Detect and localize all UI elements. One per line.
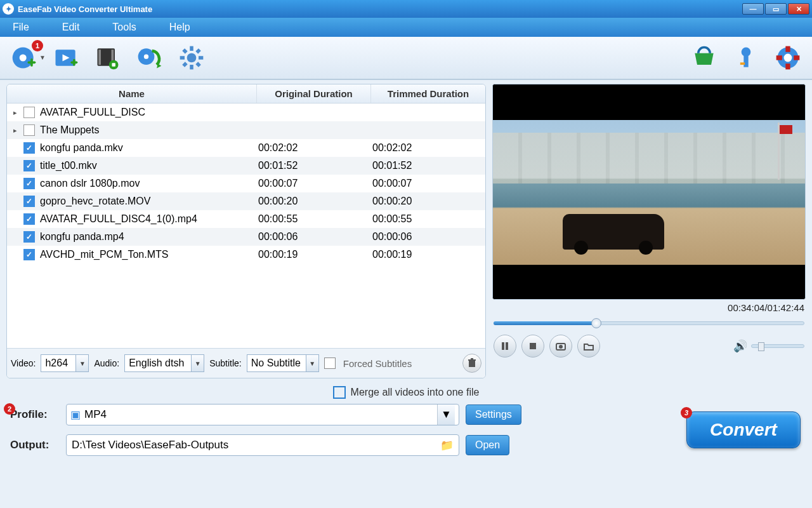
table-row[interactable]: ✓AVCHD_mit_PCM_Ton.MTS00:00:1900:00:19 — [7, 246, 485, 264]
merge-checkbox[interactable] — [333, 386, 346, 399]
folder-icon[interactable]: 📁 — [440, 439, 454, 452]
volume-slider[interactable] — [751, 344, 804, 348]
open-output-button[interactable]: Open — [466, 435, 509, 455]
menubar: File Edit Tools Help — [0, 18, 812, 37]
trimmed-duration: 00:00:55 — [367, 213, 481, 225]
minimize-button[interactable]: — — [742, 3, 764, 15]
row-checkbox[interactable]: ✓ — [23, 178, 35, 189]
row-checkbox[interactable] — [23, 124, 35, 136]
settings-profile-button[interactable]: Settings — [466, 404, 521, 425]
seek-slider[interactable] — [494, 318, 804, 327]
original-duration: 00:00:55 — [253, 213, 367, 225]
svg-rect-35 — [468, 359, 476, 361]
trimmed-duration: 00:00:06 — [367, 231, 481, 243]
add-video-button[interactable] — [51, 43, 81, 73]
menu-file[interactable]: File — [9, 20, 33, 34]
table-row[interactable]: ✓kongfu panda.mp400:00:0600:00:06 — [7, 228, 485, 246]
svg-point-16 — [187, 53, 197, 63]
forced-subtitles-label: Forced Subtitles — [343, 358, 412, 369]
snapshot-button[interactable] — [549, 335, 572, 358]
window-title: EaseFab Video Converter Ultimate — [18, 4, 152, 14]
chevron-down-icon: ▼ — [437, 404, 455, 425]
open-folder-button[interactable] — [577, 335, 600, 358]
col-trimmed-duration[interactable]: Trimmed Duration — [371, 84, 485, 103]
help-button[interactable] — [773, 43, 803, 73]
preview-video[interactable] — [492, 84, 806, 300]
col-original-duration[interactable]: Original Duration — [257, 84, 371, 103]
output-label: Output: — [10, 439, 60, 451]
table-row[interactable]: ✓gopro_hevc_rotate.MOV00:00:2000:00:20 — [7, 192, 485, 210]
row-checkbox[interactable]: ✓ — [23, 196, 35, 207]
file-name: kongfu panda.mp4 — [39, 231, 253, 243]
edit-video-button[interactable] — [93, 43, 123, 73]
svg-rect-37 — [502, 342, 504, 350]
svg-rect-27 — [740, 62, 745, 65]
trimmed-duration: 00:00:19 — [367, 249, 481, 260]
svg-rect-34 — [469, 361, 475, 367]
preview-time: 00:34:04/01:42:44 — [728, 302, 804, 313]
badge-1: 1 — [32, 40, 43, 51]
convert-button[interactable]: 3 Convert — [686, 411, 801, 448]
col-name[interactable]: Name — [7, 84, 257, 103]
menu-tools[interactable]: Tools — [108, 20, 140, 34]
file-name: gopro_hevc_rotate.MOV — [39, 196, 253, 207]
delete-button[interactable] — [462, 354, 481, 373]
menu-help[interactable]: Help — [166, 20, 194, 34]
dropdown-arrow-icon[interactable]: ▼ — [39, 54, 46, 61]
chevron-down-icon: ▼ — [306, 355, 318, 371]
stream-selector-bar: Video: h264▼ Audio: English dtsh▼ Subtit… — [7, 348, 485, 378]
titlebar: ✦ EaseFab Video Converter Ultimate — ▭ ✕ — [0, 0, 812, 18]
svg-rect-7 — [73, 59, 75, 66]
trimmed-duration: 00:01:52 — [367, 160, 481, 171]
add-disc-button[interactable]: 1 ▼ — [9, 43, 39, 73]
file-list[interactable]: ▸AVATAR_FUULL_DISC▸The Muppets✓kongfu pa… — [7, 104, 485, 348]
volume-icon[interactable]: 🔊 — [733, 339, 747, 353]
audio-label: Audio: — [94, 358, 119, 368]
row-checkbox[interactable] — [23, 107, 35, 118]
merge-label: Merge all videos into one file — [351, 387, 480, 398]
profile-combo[interactable]: ▣ MP4 ▼ — [66, 404, 459, 425]
profile-value: MP4 — [84, 408, 107, 421]
svg-point-25 — [742, 48, 751, 57]
expand-icon[interactable]: ▸ — [11, 126, 20, 135]
register-button[interactable] — [731, 43, 761, 73]
file-name: AVATAR_FUULL_DISC — [39, 107, 253, 118]
svg-line-22 — [197, 63, 200, 66]
profile-format-icon: ▣ — [70, 408, 81, 422]
row-checkbox[interactable]: ✓ — [23, 160, 35, 171]
convert-disc-button[interactable] — [134, 43, 165, 73]
file-name: AVATAR_FUULL_DISC4_1(0).mp4 — [39, 213, 253, 225]
row-checkbox[interactable]: ✓ — [23, 249, 35, 260]
forced-subtitles-checkbox[interactable] — [324, 358, 336, 369]
output-path-field[interactable]: D:\Test Videos\EaseFab-Outputs 📁 — [66, 434, 459, 456]
original-duration: 00:00:07 — [253, 178, 367, 189]
file-list-panel: Name Original Duration Trimmed Duration … — [6, 84, 486, 378]
file-name: The Muppets — [39, 124, 253, 136]
table-row[interactable]: ✓canon dslr 1080p.mov00:00:0700:00:07 — [7, 175, 485, 192]
table-row[interactable]: ▸AVATAR_FUULL_DISC — [7, 104, 485, 121]
svg-rect-3 — [30, 58, 33, 67]
row-checkbox[interactable]: ✓ — [23, 213, 35, 225]
pause-button[interactable] — [494, 335, 516, 358]
svg-line-21 — [183, 50, 187, 53]
maximize-button[interactable]: ▭ — [765, 3, 787, 15]
purchase-button[interactable] — [689, 43, 719, 73]
svg-rect-9 — [98, 50, 101, 65]
subtitle-combo[interactable]: No Subtitle▼ — [247, 354, 319, 372]
table-row[interactable]: ✓title_t00.mkv00:01:5200:01:52 — [7, 157, 485, 175]
settings-button[interactable] — [176, 43, 207, 73]
file-name: kongfu panda.mkv — [39, 142, 253, 154]
row-checkbox[interactable]: ✓ — [23, 142, 35, 154]
svg-point-41 — [559, 345, 563, 349]
menu-edit[interactable]: Edit — [58, 20, 84, 34]
close-button[interactable]: ✕ — [788, 3, 809, 15]
audio-combo[interactable]: English dtsh▼ — [124, 354, 204, 372]
video-combo[interactable]: h264▼ — [41, 354, 89, 372]
stop-button[interactable] — [521, 335, 544, 358]
row-checkbox[interactable]: ✓ — [23, 231, 35, 243]
svg-rect-30 — [785, 46, 790, 52]
table-row[interactable]: ▸The Muppets — [7, 121, 485, 139]
table-row[interactable]: ✓AVATAR_FUULL_DISC4_1(0).mp400:00:5500:0… — [7, 210, 485, 228]
expand-icon[interactable]: ▸ — [11, 109, 20, 117]
table-row[interactable]: ✓kongfu panda.mkv00:02:0200:02:02 — [7, 139, 485, 157]
